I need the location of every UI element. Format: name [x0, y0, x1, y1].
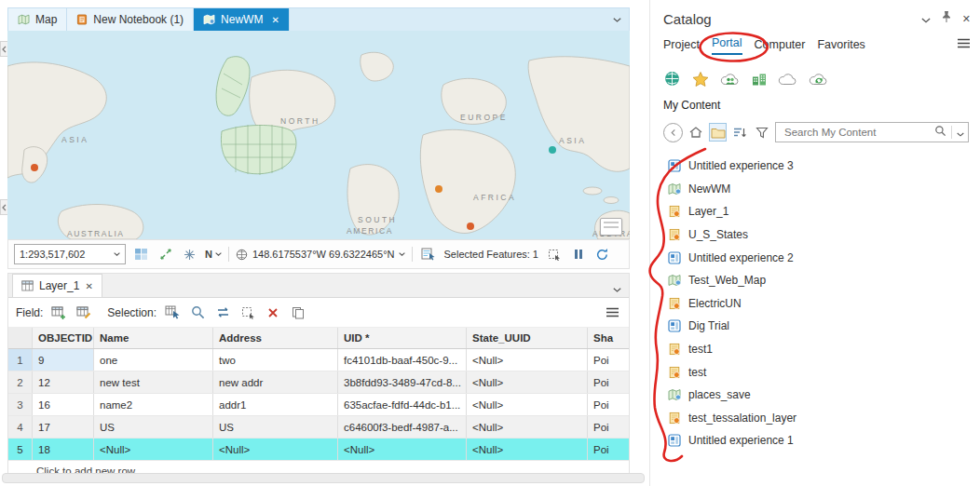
- grid-layout-icon[interactable]: [132, 246, 150, 263]
- list-item[interactable]: Test_Web_Map: [668, 269, 980, 292]
- table-cell[interactable]: 12: [33, 371, 94, 393]
- table-menu-icon[interactable]: [603, 304, 621, 322]
- search-options-chevron[interactable]: [957, 124, 964, 141]
- table-cell[interactable]: 3b8fdd93-3489-47cd-8...: [338, 371, 467, 393]
- list-item[interactable]: ElectricUN: [668, 292, 980, 316]
- column-header[interactable]: Sha: [588, 328, 629, 348]
- catalog-menu-icon[interactable]: [957, 38, 971, 55]
- table-cell[interactable]: <Null>: [213, 439, 338, 460]
- my-groups-icon[interactable]: [720, 72, 741, 88]
- pane-menu-chevron[interactable]: [921, 10, 931, 27]
- table-cell[interactable]: <Null>: [467, 416, 588, 438]
- living-atlas-icon[interactable]: [809, 72, 829, 88]
- scale-dropdown[interactable]: 1:293,517,602: [14, 244, 126, 264]
- calculate-field-icon[interactable]: [75, 304, 93, 322]
- my-content-icon[interactable]: [663, 70, 681, 88]
- table-cell[interactable]: new test: [94, 371, 213, 393]
- table-cell[interactable]: <Null>: [467, 349, 588, 371]
- table-cell[interactable]: two: [213, 349, 338, 371]
- search-icon[interactable]: [934, 124, 946, 141]
- list-item[interactable]: Layer_1: [668, 200, 980, 223]
- row-number[interactable]: 3: [8, 394, 33, 415]
- table-cell[interactable]: 17: [33, 416, 94, 438]
- switch-selection-icon[interactable]: [213, 304, 232, 322]
- tab-newwm[interactable]: NewWM ✕: [194, 8, 290, 31]
- table-cell[interactable]: US: [213, 416, 338, 438]
- list-item[interactable]: U_S_States: [668, 223, 980, 247]
- table-cell[interactable]: addr1: [213, 394, 338, 415]
- row-number[interactable]: 4: [8, 416, 33, 438]
- home-icon[interactable]: [687, 123, 704, 142]
- tab-new-notebook[interactable]: New Notebook (1): [67, 8, 194, 31]
- table-cell[interactable]: 16: [33, 394, 94, 415]
- my-organization-icon[interactable]: [751, 72, 768, 88]
- column-header[interactable]: Address: [213, 328, 338, 348]
- table-cell[interactable]: <Null>: [467, 439, 588, 460]
- horizontal-scrollbar[interactable]: [2, 473, 645, 483]
- table-cell[interactable]: <Null>: [467, 371, 588, 393]
- column-header[interactable]: OBJECTID *: [33, 328, 94, 348]
- table-pane-chevron[interactable]: [606, 288, 629, 297]
- delete-selected-icon[interactable]: [264, 304, 282, 322]
- selection-box-icon[interactable]: [545, 246, 563, 263]
- column-header[interactable]: UID *: [338, 328, 467, 348]
- table-cell[interactable]: 635acfae-fdfd-44dc-b1...: [338, 394, 467, 415]
- table-cell[interactable]: new addr: [213, 371, 338, 393]
- table-cell[interactable]: 9: [33, 349, 94, 371]
- row-number[interactable]: 1: [8, 349, 33, 371]
- tab-portal[interactable]: Portal: [712, 36, 742, 55]
- map-canvas[interactable]: ASIA NORTH EUROPE ASIA AFRICA SOUTH AMER…: [7, 31, 630, 239]
- list-item[interactable]: Untitled experience 1: [668, 429, 980, 452]
- folders-view-icon[interactable]: [709, 123, 727, 142]
- snap-icon[interactable]: [181, 246, 198, 263]
- list-item[interactable]: Untitled experience 2: [668, 246, 980, 269]
- table-cell[interactable]: name2: [94, 394, 213, 415]
- north-arrow-control[interactable]: N: [205, 249, 222, 260]
- list-item[interactable]: places_save: [668, 384, 980, 407]
- sort-icon[interactable]: [731, 123, 748, 142]
- table-cell[interactable]: fc4101db-baaf-450c-9...: [338, 349, 467, 371]
- pause-drawing-icon[interactable]: [569, 246, 587, 263]
- refresh-icon[interactable]: [593, 246, 611, 263]
- table-row[interactable]: 3 16 name2 addr1 635acfae-fdfd-44dc-b1..…: [8, 394, 629, 416]
- table-cell[interactable]: <Null>: [467, 394, 588, 415]
- list-item[interactable]: test: [668, 360, 980, 384]
- table-cell[interactable]: Poi: [588, 349, 629, 371]
- search-input[interactable]: [783, 126, 930, 139]
- list-item[interactable]: test1: [668, 338, 980, 361]
- my-favorites-icon[interactable]: [691, 71, 710, 88]
- table-row[interactable]: 2 12 new test new addr 3b8fdd93-3489-47c…: [8, 371, 629, 394]
- table-cell[interactable]: US: [94, 416, 213, 438]
- table-cell[interactable]: c64600f3-bedf-4987-a...: [338, 416, 467, 438]
- table-cell[interactable]: Poi: [588, 371, 629, 393]
- zoom-to-selection-icon[interactable]: [188, 304, 207, 322]
- table-cell[interactable]: Poi: [588, 439, 629, 460]
- copy-rows-icon[interactable]: [289, 304, 307, 322]
- map-tip-button[interactable]: [600, 218, 622, 236]
- column-header[interactable]: State_UUID: [467, 328, 588, 348]
- table-cell[interactable]: Poi: [588, 416, 629, 438]
- table-row[interactable]: 1 9 one two fc4101db-baaf-450c-9... <Nul…: [8, 349, 629, 371]
- tab-map[interactable]: Map: [8, 8, 67, 31]
- add-field-icon[interactable]: [49, 304, 68, 322]
- tab-layer-1[interactable]: Layer_1 ✕: [12, 274, 102, 297]
- table-cell[interactable]: 18: [33, 439, 94, 460]
- selected-features-count[interactable]: Selected Features: 1: [443, 249, 538, 260]
- table-cell[interactable]: <Null>: [94, 439, 213, 460]
- coordinate-readout[interactable]: 148.6175537°W 69.6322465°N: [236, 249, 406, 261]
- select-by-attributes-icon[interactable]: [163, 304, 182, 322]
- table-cell[interactable]: Poi: [588, 394, 629, 415]
- table-cell[interactable]: <Null>: [338, 439, 467, 460]
- tab-computer[interactable]: Computer: [755, 38, 806, 55]
- view-options-chevron[interactable]: [606, 8, 629, 31]
- row-number[interactable]: 2: [8, 371, 33, 393]
- back-button[interactable]: [663, 123, 683, 142]
- auto-hide-pin-icon[interactable]: [941, 10, 952, 27]
- list-item[interactable]: NewWM: [668, 178, 980, 201]
- column-header[interactable]: Name: [94, 328, 213, 348]
- tab-favorites[interactable]: Favorites: [817, 38, 864, 55]
- table-row-selected[interactable]: 5 18 <Null> <Null> <Null> <Null> Poi: [8, 439, 629, 461]
- table-row[interactable]: 4 17 US US c64600f3-bedf-4987-a... <Null…: [8, 416, 629, 439]
- list-item[interactable]: Dig Trial: [668, 315, 980, 338]
- close-icon[interactable]: ✕: [85, 281, 92, 291]
